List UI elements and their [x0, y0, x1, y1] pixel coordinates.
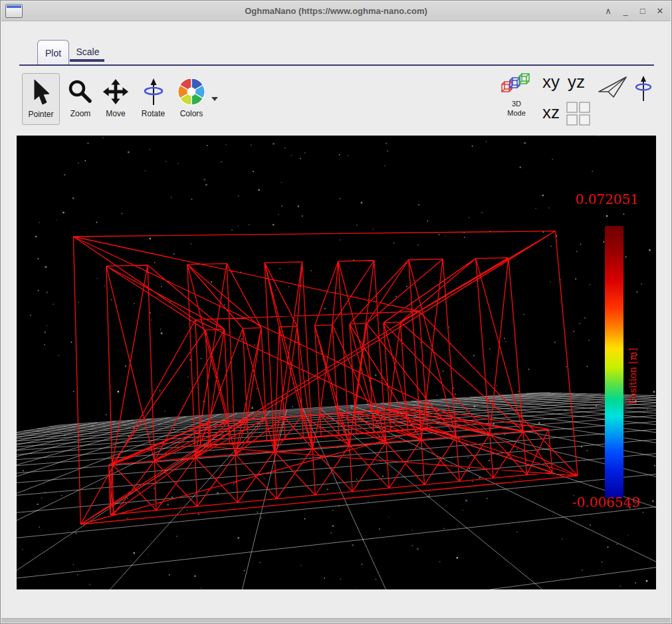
app-window: OghmaNano (https://www.oghma-nano.com) ∧… [0, 0, 672, 624]
device-wireframe [73, 231, 578, 524]
view-yz-button[interactable]: yz [564, 70, 589, 94]
colors-dropdown-caret[interactable] [211, 97, 218, 101]
cursor-arrow-icon [30, 78, 53, 107]
shade-button[interactable]: ∧ [603, 1, 614, 21]
paper-plane-icon [598, 75, 628, 100]
plot-viewport[interactable]: 0.072051 Position [m] -0.006549 [17, 136, 656, 589]
export-button[interactable] [598, 75, 628, 103]
colorbar-max-label: 0.072051 [576, 191, 639, 207]
colorbar-axis-label: Position [m] [627, 336, 638, 416]
pointer-button[interactable]: Pointer [22, 73, 60, 125]
colorbar [605, 226, 623, 498]
titlebar[interactable]: OghmaNano (https://www.oghma-nano.com) ∧… [1, 1, 671, 21]
tab-plot[interactable]: Plot [37, 40, 69, 65]
cubes-3d-icon [500, 71, 533, 95]
grid-2x2-button[interactable] [566, 102, 590, 128]
zoom-button[interactable]: Zoom [63, 73, 98, 125]
colorbar-min-label: -0.006549 [572, 494, 640, 510]
tab-indicator [70, 59, 104, 62]
colors-button[interactable]: Colors [172, 73, 211, 125]
window-resize-edge[interactable] [1, 618, 671, 623]
move-button[interactable]: Move [99, 73, 132, 125]
grid-2x2-icon [566, 102, 590, 126]
window-title: OghmaNano (https://www.oghma-nano.com) [1, 6, 671, 16]
view-xz-button[interactable]: xz [538, 100, 564, 124]
view-xy-button[interactable]: xy [538, 70, 564, 94]
magnifier-icon [67, 77, 94, 106]
move-arrows-icon [102, 77, 130, 106]
rotate-button[interactable]: Rotate [135, 73, 171, 125]
rotate-axis-icon [632, 75, 655, 102]
scene-3d [17, 136, 656, 589]
rotate-view-button[interactable] [632, 75, 655, 104]
rotate-axis-icon [140, 77, 167, 106]
3d-mode-button[interactable]: 3D Mode [498, 71, 535, 127]
close-button[interactable]: ✕ [655, 1, 665, 21]
maximize-button[interactable]: □ [637, 1, 648, 21]
tab-rule [19, 64, 654, 66]
3d-mode-label: 3D Mode [503, 99, 530, 118]
color-wheel-icon [177, 77, 206, 106]
minimize-button[interactable]: _ [620, 1, 631, 21]
